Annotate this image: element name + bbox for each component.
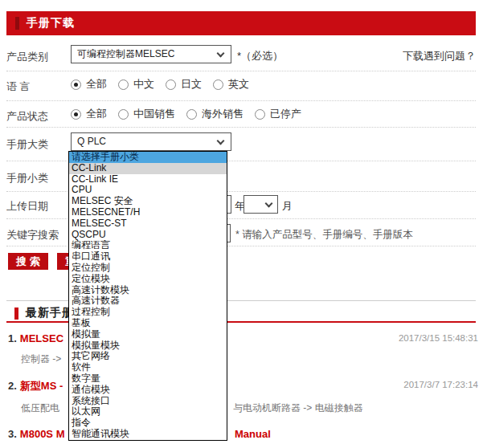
dropdown-option[interactable]: CPU — [69, 185, 227, 196]
product-status-radio-option[interactable]: 中国销售 — [118, 107, 186, 121]
search-button[interactable]: 搜 索 — [8, 253, 48, 270]
dropdown-option[interactable]: 智能通讯模块 — [69, 429, 227, 440]
dropdown-option[interactable]: CC-Link — [69, 163, 227, 174]
dropdown-option[interactable]: 高速计数模块 — [69, 285, 227, 296]
product-status-radio-option[interactable]: 全部 — [71, 107, 118, 121]
dropdown-option[interactable]: 基板 — [69, 318, 227, 329]
radio-icon — [118, 79, 129, 90]
divider — [6, 100, 476, 101]
radio-label: 中文 — [133, 77, 154, 92]
chevron-down-icon — [217, 137, 225, 145]
dropdown-option[interactable]: 编程语言 — [69, 240, 227, 251]
dropdown-option[interactable]: 请选择手册小类 — [69, 152, 227, 163]
radio-label: 中国销售 — [133, 107, 175, 121]
manual-title-link[interactable]: MELSEC — [20, 332, 63, 344]
radio-icon — [118, 109, 129, 120]
manual-timestamp: 2017/3/15 15:48:31 — [399, 333, 478, 343]
latest-manuals-title: 最新手册 — [26, 306, 74, 320]
dropdown-option[interactable]: MELSEC 安全 — [69, 196, 227, 207]
manual-timestamp: 2017/3/7 17:23:14 — [403, 380, 478, 389]
download-help-link[interactable]: 下载遇到问题？ — [403, 49, 476, 63]
dropdown-option[interactable]: 软件 — [69, 362, 227, 373]
month-suffix-label: 月 — [282, 199, 293, 214]
section-accent-bar — [14, 307, 18, 320]
chevron-down-icon — [217, 50, 225, 58]
dropdown-option[interactable]: MELSEC-ST — [69, 218, 227, 230]
language-radio-option[interactable]: 中文 — [118, 77, 166, 92]
product-category-label: 产品类别 — [6, 50, 48, 64]
dropdown-option[interactable]: 串口通讯 — [69, 251, 227, 263]
chevron-down-icon — [265, 200, 273, 208]
radio-icon — [71, 79, 81, 90]
dropdown-option[interactable]: 模拟量 — [69, 329, 227, 340]
language-radio-option[interactable]: 日文 — [166, 77, 213, 92]
manual-title-link[interactable]: M800S M — [20, 428, 65, 440]
product-category-select[interactable]: 可编程控制器MELSEC — [71, 45, 231, 63]
dropdown-option[interactable]: 指令 — [69, 417, 227, 429]
dropdown-option[interactable]: 高速计数器 — [69, 295, 227, 307]
divider — [6, 127, 476, 128]
language-radio-option[interactable]: 全部 — [71, 77, 118, 92]
radio-icon — [166, 79, 176, 90]
page-title-bar: 手册下载 — [6, 11, 476, 35]
radio-label: 海外销售 — [202, 107, 244, 121]
manual-subcategory-dropdown-list: 请选择手册小类CC-LinkCC-Link IECPUMELSEC 安全MELS… — [68, 151, 227, 441]
manual-breadcrumb-right: 与电动机断路器 -> 电磁接触器 — [233, 401, 363, 415]
dropdown-option[interactable]: MELSECNET/H — [69, 207, 227, 218]
manual-category-value: Q PLC — [77, 136, 106, 147]
dropdown-option[interactable]: 其它网络 — [69, 351, 227, 362]
product-status-radio-group: 全部 中国销售 海外销售 已停产 — [71, 107, 313, 121]
manual-title-link[interactable]: 新型MS - — [20, 380, 63, 392]
radio-label: 英文 — [228, 77, 249, 92]
product-category-value: 可编程控制器MELSEC — [77, 48, 174, 59]
divider — [6, 71, 476, 71]
dropdown-option[interactable]: 模拟量模块 — [69, 340, 227, 352]
upload-month-select[interactable] — [244, 195, 278, 214]
language-radio-option[interactable]: 英文 — [213, 77, 260, 92]
dropdown-option[interactable]: 定位控制 — [69, 263, 227, 274]
manual-category-select[interactable]: Q PLC — [71, 132, 231, 151]
radio-icon — [186, 109, 197, 120]
manual-breadcrumb-left: 低压配电 — [21, 402, 59, 413]
dropdown-option[interactable]: 系统接口 — [69, 396, 227, 407]
manual-number: 2. — [8, 380, 17, 392]
required-note: *（必选） — [237, 49, 283, 63]
radio-label: 日文 — [181, 77, 202, 92]
dropdown-option[interactable]: 数字量 — [69, 373, 227, 385]
radio-label: 已停产 — [270, 107, 301, 121]
manual-download-page: 手册下载 产品类别 可编程控制器MELSEC *（必选） 下载遇到问题？ 语 言… — [0, 0, 487, 448]
radio-icon — [213, 79, 223, 90]
product-status-radio-option[interactable]: 已停产 — [255, 107, 313, 121]
page-title: 手册下载 — [27, 16, 75, 31]
dropdown-option[interactable]: QSCPU — [69, 230, 227, 241]
title-accent-bar — [15, 17, 19, 30]
dropdown-option[interactable]: 通信模块 — [69, 385, 227, 396]
keyword-hint: * 请输入产品型号、手册编号、手册版本 — [235, 228, 413, 242]
language-radio-group: 全部 中文 日文 英文 — [71, 77, 260, 92]
manual-category-label: 手册大类 — [6, 137, 48, 152]
product-status-radio-option[interactable]: 海外销售 — [186, 107, 255, 121]
language-label: 语 言 — [6, 79, 31, 94]
manual-number: 1. — [8, 332, 17, 344]
manual-title-right-fragment: Manual — [235, 428, 271, 440]
product-status-label: 产品状态 — [6, 109, 48, 124]
manual-subcategory-label: 手册小类 — [6, 171, 48, 185]
keyword-search-label: 关键字搜索 — [6, 228, 59, 242]
radio-label: 全部 — [86, 107, 107, 121]
radio-icon — [255, 109, 265, 120]
radio-icon — [71, 109, 81, 120]
dropdown-option[interactable]: 以太网 — [69, 406, 227, 417]
manual-number: 3. — [8, 428, 17, 440]
upload-date-label: 上传日期 — [6, 199, 48, 214]
dropdown-option[interactable]: 过程控制 — [69, 307, 227, 318]
dropdown-option[interactable]: 定位模块 — [69, 274, 227, 285]
radio-label: 全部 — [86, 77, 107, 92]
dropdown-option[interactable]: CC-Link IE — [69, 174, 227, 185]
manual-breadcrumb-left: 控制器 -> — [21, 353, 61, 365]
